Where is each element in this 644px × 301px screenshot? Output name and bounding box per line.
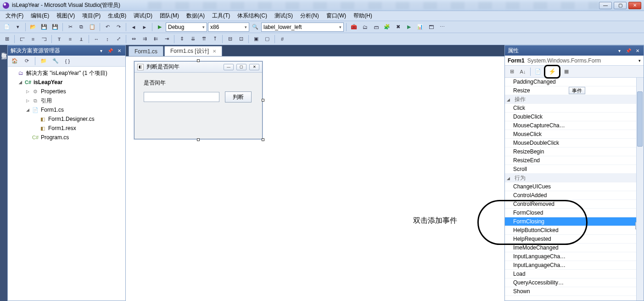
event-row[interactable]: MouseDoubleClick — [505, 139, 644, 148]
size-both-icon[interactable]: ⤢ — [113, 34, 123, 44]
ext2-icon[interactable]: 🗃 — [371, 22, 381, 32]
panel-dropdown-icon[interactable]: ▾ — [98, 47, 104, 54]
form-max-icon[interactable]: ▢ — [236, 64, 246, 70]
menu-window[interactable]: 窗口(W) — [323, 11, 350, 21]
designer-node[interactable]: ◧ Form1.Designer.cs — [9, 114, 124, 124]
close-button[interactable]: ✕ — [628, 2, 641, 9]
size-w-icon[interactable]: ↔ — [91, 34, 101, 44]
align-bot-icon[interactable]: ⫫ — [76, 34, 86, 44]
new-project-icon[interactable]: 📄 — [2, 22, 12, 32]
panel-dropdown-icon[interactable]: ▾ — [616, 47, 622, 54]
menu-build[interactable]: 生成(B) — [104, 11, 130, 21]
vspace-eq-icon[interactable]: ⇕ — [177, 34, 187, 44]
form-textbox[interactable] — [144, 92, 219, 102]
menu-team[interactable]: 团队(M) — [156, 11, 183, 21]
align-center-icon[interactable]: ≡ — [28, 34, 38, 44]
align-top-icon[interactable]: ⫪ — [54, 34, 64, 44]
event-row[interactable]: QueryAccessibilityHelpRequested — [505, 278, 644, 287]
tab-form1-design[interactable]: Form1.cs [设计]✕ — [164, 46, 222, 56]
hspace-rem-icon[interactable]: ⇥ — [162, 34, 172, 44]
copy-icon[interactable]: ⧉ — [76, 22, 86, 32]
se-code-icon[interactable]: { } — [62, 56, 73, 66]
resize-handle[interactable] — [197, 138, 200, 141]
nav-fwd-icon[interactable]: ► — [140, 22, 150, 32]
menu-test[interactable]: 测试(S) — [271, 11, 297, 21]
category-row[interactable]: ◢行为 — [505, 174, 644, 182]
form-button[interactable]: 判断 — [225, 91, 252, 102]
undo-icon[interactable]: ↶ — [102, 22, 112, 32]
ext3-icon[interactable]: 🧩 — [382, 22, 392, 32]
open-icon[interactable]: 📂 — [28, 22, 38, 32]
ext8-icon[interactable]: ⋯ — [437, 22, 447, 32]
menu-file[interactable]: 文件(F) — [2, 11, 27, 21]
se-refresh-icon[interactable]: ⟳ — [22, 56, 32, 66]
menu-debug[interactable]: 调试(D) — [130, 11, 156, 21]
resize-handle[interactable] — [262, 99, 264, 102]
references-node[interactable]: ▷⧉ 引用 — [9, 96, 124, 105]
category-row[interactable]: ◢操作 — [505, 95, 644, 104]
maximize-button[interactable]: ▢ — [614, 2, 627, 9]
ext1-icon[interactable]: 🗂 — [360, 22, 370, 32]
panel-close-icon[interactable]: ✕ — [116, 47, 123, 54]
ext6-icon[interactable]: 📊 — [415, 22, 425, 32]
event-row[interactable]: ControlRemoved — [505, 200, 644, 209]
scroll-thumb[interactable] — [637, 91, 643, 147]
align-grid-icon[interactable]: ⊞ — [2, 34, 12, 44]
prop-pages-icon[interactable]: ▦ — [561, 67, 571, 77]
tab-close-icon[interactable]: ✕ — [213, 49, 216, 54]
project-node[interactable]: ◢C# isLeapYear — [9, 78, 124, 87]
add-item-icon[interactable]: ▾ — [13, 22, 23, 32]
designer-canvas[interactable]: ◧ 判断是否闰年 — ▢ ✕ 是否闰年 判断 — [126, 56, 504, 301]
menu-architecture[interactable]: 体系结构(C) — [234, 11, 271, 21]
platform-combo[interactable]: x86 — [208, 23, 249, 32]
object-selector[interactable]: Form1System.Windows.Forms.Form — [505, 56, 644, 66]
form-designer-window[interactable]: ◧ 判断是否闰年 — ▢ ✕ 是否闰年 判断 — [134, 61, 263, 139]
vspace-inc-icon[interactable]: ⇊ — [188, 34, 198, 44]
save-all-icon[interactable]: 💾 — [50, 22, 60, 32]
nav-back-icon[interactable]: ◄ — [129, 22, 139, 32]
paste-icon[interactable]: 📋 — [87, 22, 97, 32]
properties-node[interactable]: ▷⚙ Properties — [9, 87, 124, 96]
panel-pin-icon[interactable]: 📌 — [625, 47, 632, 54]
form-min-icon[interactable]: — — [224, 64, 234, 70]
hspace-inc-icon[interactable]: ⇉ — [140, 34, 150, 44]
event-row[interactable]: HelpButtonClicked — [505, 226, 644, 235]
event-row[interactable]: Scroll — [505, 165, 644, 174]
vspace-rem-icon[interactable]: ⤒ — [210, 34, 220, 44]
tab-order-icon[interactable]: # — [277, 34, 287, 44]
event-row[interactable]: ResizeBegin — [505, 148, 644, 156]
alphabetical-icon[interactable]: A↓ — [518, 67, 528, 77]
redo-icon[interactable]: ↷ — [113, 22, 123, 32]
event-row[interactable]: MouseCaptureChanged — [505, 121, 644, 130]
event-row[interactable]: DoubleClick — [505, 113, 644, 121]
form-node[interactable]: ◢📄 Form1.cs — [9, 105, 124, 114]
hspace-eq-icon[interactable]: ⇔ — [129, 34, 139, 44]
panel-close-icon[interactable]: ✕ — [634, 47, 641, 54]
find-icon[interactable]: 🔍 — [250, 22, 260, 32]
event-row[interactable]: ChangeUICues — [505, 182, 644, 191]
tab-form1-cs[interactable]: Form1.cs — [129, 46, 163, 56]
properties-icon[interactable]: 📄 — [533, 67, 543, 77]
menu-edit[interactable]: 编辑(E) — [27, 11, 53, 21]
center-v-icon[interactable]: ⊡ — [236, 34, 246, 44]
event-row[interactable]: Load — [505, 270, 644, 278]
resize-handle[interactable] — [197, 59, 200, 62]
resize-handle[interactable] — [262, 138, 264, 141]
event-badge[interactable]: 事件 — [569, 87, 585, 94]
menu-data[interactable]: 数据(A) — [183, 11, 208, 21]
resx-node[interactable]: ◧ Form1.resx — [9, 124, 124, 133]
align-left-icon[interactable]: ⫍ — [17, 34, 27, 44]
event-row[interactable]: Click — [505, 104, 644, 113]
panel-pin-icon[interactable]: 📌 — [107, 47, 113, 54]
align-right-icon[interactable]: ⫎ — [39, 34, 49, 44]
event-row[interactable]: InputLanguageChanging — [505, 261, 644, 270]
menu-project[interactable]: 项目(P) — [78, 11, 104, 21]
hspace-dec-icon[interactable]: ⇇ — [151, 34, 161, 44]
event-row[interactable]: Resize事件 — [505, 86, 644, 95]
send-back-icon[interactable]: ▢ — [262, 34, 272, 44]
toolbox-icon[interactable]: 🧰 — [349, 22, 359, 32]
menu-tools[interactable]: 工具(T) — [208, 11, 234, 21]
event-row[interactable]: Shown — [505, 287, 644, 296]
datasource-tab[interactable]: 数据源 — [0, 45, 7, 301]
se-showall-icon[interactable]: 📁 — [39, 56, 49, 66]
